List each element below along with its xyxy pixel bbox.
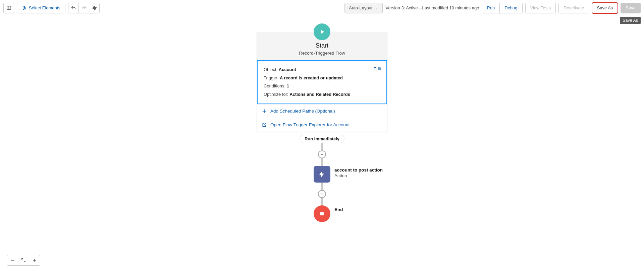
zoom-in-button[interactable] [29, 255, 40, 266]
builder-toolbar: Select Elements [0, 0, 644, 16]
layout-mode-select[interactable]: Auto-Layout [344, 3, 383, 13]
plus-icon [262, 109, 267, 114]
action-node-row: account to post action Action [314, 166, 330, 183]
add-element-button[interactable]: + [318, 150, 326, 158]
action-node-type: Action [334, 173, 383, 179]
zoom-controls [7, 255, 40, 266]
end-node-label: End [334, 207, 343, 213]
action-node[interactable] [314, 166, 330, 183]
run-immediately-pill[interactable]: Run Immediately [300, 135, 344, 143]
view-tests-label: View Tests [530, 5, 551, 10]
start-node[interactable] [314, 23, 330, 40]
add-scheduled-paths-link[interactable]: Add Scheduled Paths (Optional) [257, 104, 387, 118]
end-node[interactable] [314, 205, 330, 222]
fit-icon [21, 258, 26, 263]
save-label: Save [626, 5, 636, 10]
save-button[interactable]: Save [621, 3, 641, 13]
action-node-name: account to post action [334, 167, 383, 173]
debug-button[interactable]: Debug [499, 3, 522, 13]
view-tests-button[interactable]: View Tests [525, 3, 556, 13]
flow-canvas[interactable]: Start Record-Triggered Flow Edit Object:… [0, 16, 644, 271]
edit-link[interactable]: Edit [374, 65, 381, 73]
version-label: Version 3: Active—Last modified 10 minut… [385, 5, 479, 10]
toggle-panel-button[interactable] [3, 3, 14, 13]
start-card: Start Record-Triggered Flow Edit Object:… [257, 32, 387, 132]
plus-icon [32, 258, 37, 263]
select-elements-label: Select Elements [29, 5, 60, 10]
action-node-info: account to post action Action [334, 167, 383, 179]
detail-object: Object: Account [264, 66, 380, 74]
start-title: Start [257, 42, 387, 49]
start-details-panel[interactable]: Edit Object: Account Trigger: A record i… [257, 60, 387, 104]
end-node-row: End [314, 205, 330, 222]
debug-label: Debug [504, 5, 517, 10]
panel-icon [6, 5, 11, 10]
run-debug-group: Run Debug [482, 3, 522, 13]
select-elements-icon [22, 5, 27, 10]
toolbar-left: Select Elements [3, 3, 100, 13]
settings-button[interactable] [89, 3, 100, 13]
start-subtitle: Record-Triggered Flow [257, 51, 387, 56]
play-icon [318, 28, 326, 36]
toolbar-right: Auto-Layout Version 3: Active—Last modif… [344, 3, 641, 13]
svg-rect-0 [7, 6, 10, 10]
flow-column: Start Record-Triggered Flow Edit Object:… [255, 23, 389, 271]
open-external-icon [262, 122, 267, 128]
connector [321, 183, 323, 190]
layout-mode-label: Auto-Layout [349, 5, 372, 10]
redo-icon [81, 5, 87, 11]
minus-icon [10, 258, 15, 263]
run-button[interactable]: Run [482, 3, 500, 13]
detail-trigger: Trigger: A record is created or updated [264, 74, 380, 82]
redo-button[interactable] [78, 3, 89, 13]
open-trigger-explorer-link[interactable]: Open Flow Trigger Explorer for Account [257, 118, 387, 132]
svg-rect-4 [320, 212, 324, 215]
save-as-button[interactable]: Save As [592, 3, 618, 13]
deactivate-button[interactable]: Deactivate [558, 3, 589, 13]
undo-redo-group [68, 3, 100, 13]
save-as-label: Save As [597, 5, 613, 10]
gear-icon [92, 5, 97, 11]
run-label: Run [487, 5, 495, 10]
select-elements-button[interactable]: Select Elements [17, 3, 65, 13]
chevron-down-icon [374, 6, 378, 10]
connector [321, 143, 323, 150]
zoom-out-button[interactable] [7, 255, 18, 266]
detail-optimize: Optimize for: Actions and Related Record… [264, 90, 380, 99]
stop-icon [319, 210, 325, 217]
connector [321, 198, 323, 205]
end-node-info: End [334, 207, 343, 213]
connector [321, 158, 323, 166]
undo-button[interactable] [68, 3, 79, 13]
add-element-button[interactable]: + [318, 190, 326, 198]
undo-icon [71, 5, 76, 11]
add-paths-label: Add Scheduled Paths (Optional) [270, 109, 335, 114]
lightning-icon [318, 170, 326, 178]
zoom-fit-button[interactable] [18, 255, 29, 266]
deactivate-label: Deactivate [564, 5, 584, 10]
open-explorer-label: Open Flow Trigger Explorer for Account [270, 122, 350, 127]
detail-conditions: Conditions: 1 [264, 82, 380, 90]
